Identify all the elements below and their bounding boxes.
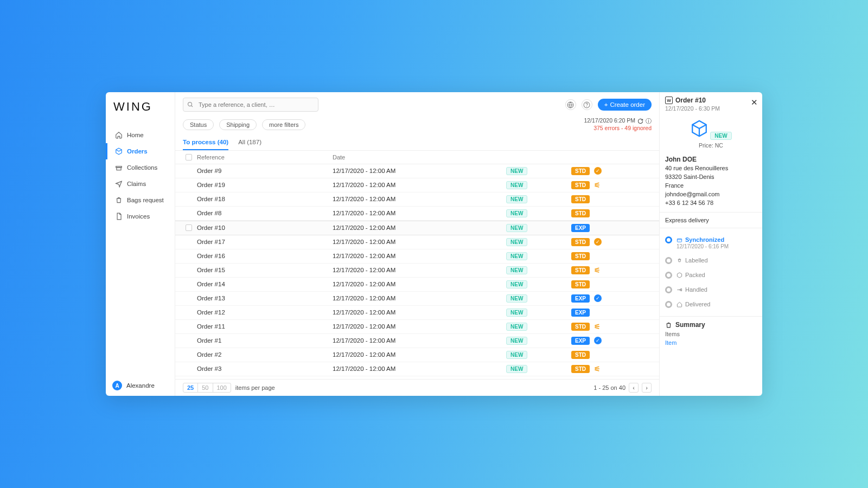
sidebar-item-invoices[interactable]: Invoices (106, 208, 175, 224)
table-row[interactable]: Order #1712/17/2020 - 12:00 AMNEWSTD✓ (175, 235, 659, 249)
row-reference: Order #9 (197, 168, 333, 174)
col-header-reference[interactable]: Reference (197, 154, 333, 160)
globe-icon[interactable] (565, 99, 576, 110)
row-type-badge: STD (571, 195, 590, 203)
table-row[interactable]: Order #312/17/2020 - 12:00 AMNEWSTD⚟ (175, 362, 659, 376)
verified-icon: ✓ (594, 167, 602, 175)
prev-page-button[interactable]: ‹ (629, 383, 639, 393)
sidebar-item-collections[interactable]: Collections (106, 159, 175, 176)
tab-all[interactable]: All (187) (238, 136, 261, 150)
table-row[interactable]: Order #1412/17/2020 - 12:00 AMNEWSTD (175, 278, 659, 292)
table-row[interactable]: Order #1012/17/2020 - 12:00 AMNEWEXP (175, 221, 659, 235)
tabs: To process (40) All (187) (175, 136, 659, 151)
row-type-badge: STD (571, 365, 590, 373)
filter-shipping[interactable]: Shipping (219, 119, 257, 130)
row-date: 12/17/2020 - 12:00 AM (333, 295, 506, 301)
table-row[interactable]: Order #1612/17/2020 - 12:00 AMNEWSTD (175, 249, 659, 264)
table-row[interactable]: Order #912/17/2020 - 12:00 AMNEWSTD✓ (175, 164, 659, 178)
customer-phone: +33 6 12 34 56 78 (665, 200, 713, 206)
table-row[interactable]: Order #1512/17/2020 - 12:00 AMNEWSTD⚟ (175, 264, 659, 278)
row-status-badge: NEW (506, 238, 527, 246)
verified-icon: ✓ (594, 294, 602, 302)
table-row[interactable]: Order #1312/17/2020 - 12:00 AMNEWEXP✓ (175, 292, 659, 306)
sidebar-item-label: Invoices (127, 213, 150, 220)
row-reference: Order #18 (197, 196, 333, 202)
user-chip[interactable]: A Alexandre (106, 375, 175, 396)
table-row[interactable]: Order #212/17/2020 - 12:00 AMNEWSTD (175, 348, 659, 362)
table-row[interactable]: Order #1112/17/2020 - 12:00 AMNEWSTD⚟ (175, 320, 659, 334)
orders-icon (115, 147, 123, 155)
timeline-dot (665, 236, 672, 243)
tab-to-process[interactable]: To process (40) (183, 136, 228, 150)
customer-email: johndoe@gmail.com (665, 191, 719, 197)
sidebar-item-label: Bags request (127, 197, 164, 203)
summary-item-link[interactable]: Item (665, 339, 757, 346)
svg-line-3 (192, 106, 193, 107)
table-row[interactable]: Order #1812/17/2020 - 12:00 AMNEWSTD (175, 192, 659, 207)
bag-icon (665, 322, 672, 329)
page-size-25[interactable]: 25 (183, 383, 198, 392)
info-icon[interactable]: ⓘ (646, 117, 652, 125)
sync-time: 12/17/2020 6:20 PM (584, 117, 635, 125)
svg-rect-7 (677, 239, 681, 242)
sidebar-item-label: Home (127, 132, 144, 138)
detail-title: Order #10 (675, 97, 706, 104)
detail-panel: ✕ W Order #10 12/17/2020 - 6:30 PM NEW P… (659, 92, 762, 396)
timeline: Synchronized12/17/2020 - 6:16 PMLabelled… (665, 233, 757, 312)
table-row[interactable]: Order #1212/17/2020 - 12:00 AMNEWEXP (175, 306, 659, 320)
page-size-50[interactable]: 50 (198, 383, 213, 392)
sidebar-item-home[interactable]: Home (106, 127, 175, 143)
row-reference: Order #2 (197, 351, 333, 358)
summary-title: Summary (675, 321, 705, 329)
row-status-badge: NEW (506, 209, 527, 217)
avatar: A (112, 381, 122, 390)
search-box (183, 98, 318, 112)
table-row[interactable]: Order #812/17/2020 - 12:00 AMNEWSTD (175, 207, 659, 221)
row-status-badge: NEW (506, 181, 527, 189)
bags-icon (115, 196, 123, 204)
row-status-badge: NEW (506, 167, 527, 175)
row-reference: Order #13 (197, 295, 333, 301)
row-type-badge: EXP (571, 309, 590, 317)
sidebar-item-orders[interactable]: Orders (106, 143, 175, 159)
row-date: 12/17/2020 - 12:00 AM (333, 253, 506, 259)
search-input[interactable] (183, 98, 318, 112)
svg-rect-1 (117, 168, 121, 170)
sidebar-item-label: Orders (127, 148, 148, 155)
row-status-badge: NEW (506, 195, 527, 203)
sidebar-item-bags-request[interactable]: Bags request (106, 192, 175, 208)
row-status-badge: NEW (506, 351, 527, 359)
timeline-step-label: Handled (685, 286, 707, 293)
table-row[interactable]: Order #112/17/2020 - 12:00 AMNEWEXP✓ (175, 334, 659, 348)
page-size-100[interactable]: 100 (213, 383, 231, 392)
timeline-step-packed: Packed (665, 268, 757, 282)
row-status-badge: NEW (506, 266, 527, 274)
next-page-button[interactable]: › (642, 383, 652, 393)
row-type-badge: EXP (571, 294, 590, 303)
col-header-date[interactable]: Date (333, 154, 506, 160)
filter-status[interactable]: Status (183, 119, 214, 130)
items-per-page-label: items per page (235, 384, 275, 391)
claims-icon (115, 180, 123, 188)
sidebar-item-label: Claims (127, 181, 146, 187)
timeline-step-icon (676, 258, 682, 264)
table-row[interactable]: Order #1912/17/2020 - 12:00 AMNEWSTD⚟ (175, 178, 659, 192)
row-date: 12/17/2020 - 12:00 AM (333, 168, 506, 174)
timeline-dot (665, 301, 672, 308)
filter-more[interactable]: more filters (262, 119, 305, 130)
plus-icon: + (604, 101, 608, 108)
select-all-checkbox[interactable] (186, 154, 192, 160)
package-icon (690, 119, 709, 138)
row-checkbox[interactable] (186, 224, 192, 231)
refresh-icon[interactable] (637, 118, 643, 124)
sidebar-item-claims[interactable]: Claims (106, 176, 175, 192)
table-footer: 2550100 items per page 1 - 25 on 40 ‹ › (175, 379, 659, 396)
create-order-button[interactable]: + Create order (598, 99, 652, 111)
detail-address-block: John DOE 40 rue des Renouilleres 93320 S… (665, 155, 757, 208)
row-type-badge: STD (571, 252, 590, 260)
row-reference: Order #15 (197, 267, 333, 273)
filters-row: Status Shipping more filters 12/17/2020 … (175, 115, 659, 136)
close-icon[interactable]: ✕ (751, 98, 758, 107)
timeline-step-label: Labelled (685, 257, 708, 264)
help-icon[interactable] (582, 99, 592, 110)
